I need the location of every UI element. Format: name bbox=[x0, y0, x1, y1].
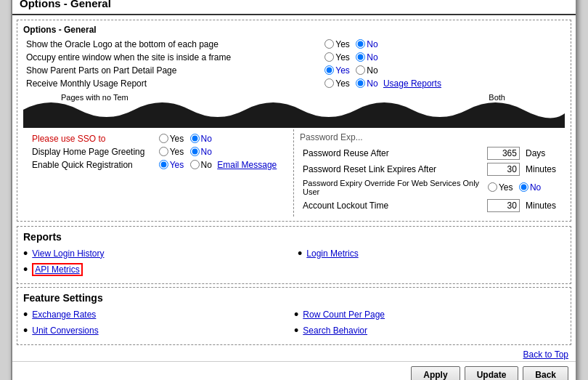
page-title: Options - General bbox=[20, 0, 568, 9]
list-item: • Unit Conversions bbox=[23, 324, 294, 337]
no-radio-label-3[interactable]: No bbox=[355, 78, 377, 89]
yes-radio-label-3[interactable]: Yes bbox=[324, 78, 350, 89]
table-row: Account Lockout Time Minutes bbox=[300, 198, 559, 214]
login-metrics-link[interactable]: Login Metrics bbox=[306, 248, 358, 259]
bullet-icon: • bbox=[23, 247, 28, 260]
table-row: Password Reset Link Expires After Minute… bbox=[300, 161, 559, 177]
yes-radio-0[interactable] bbox=[324, 39, 334, 49]
footer-buttons: Apply Update Back bbox=[12, 361, 576, 381]
yes-radio-label-2[interactable]: Yes bbox=[324, 65, 350, 76]
feature-grid: • Exchange Rates • Unit Conversions • Ro… bbox=[23, 308, 565, 340]
bullet-icon: • bbox=[23, 308, 28, 321]
reports-title: Reports bbox=[23, 231, 565, 243]
no-radio-label-1[interactable]: No bbox=[355, 52, 377, 62]
yes-radio-label-0[interactable]: Yes bbox=[324, 39, 350, 49]
quickreg-no-radio[interactable] bbox=[190, 160, 200, 169]
pwd-reuse-unit: Days bbox=[523, 145, 559, 161]
apply-button[interactable]: Apply bbox=[411, 366, 460, 381]
quickreg-yes-radio[interactable] bbox=[159, 160, 168, 169]
quickreg-no-label[interactable]: No bbox=[189, 160, 212, 170]
back-to-top: Back to Top bbox=[12, 348, 576, 361]
bullet-icon: • bbox=[23, 263, 28, 276]
table-row: Password Expiry Override For Web Service… bbox=[300, 177, 559, 198]
yes-radio-label-1[interactable]: Yes bbox=[324, 52, 350, 62]
lockout-input[interactable] bbox=[487, 199, 520, 212]
row-count-per-page-link[interactable]: Row Count Per Page bbox=[303, 310, 385, 320]
pwd-reset-unit: Minutes bbox=[523, 161, 559, 177]
expiry-no-radio[interactable] bbox=[519, 182, 528, 192]
bullet-icon: • bbox=[294, 308, 298, 321]
partial-label: Pages with no Tem bbox=[60, 93, 130, 102]
back-to-top-link[interactable]: Back to Top bbox=[523, 349, 568, 360]
greeting-no-label[interactable]: No bbox=[189, 147, 212, 157]
table-row: Show Parent Parts on Part Detail Page Ye… bbox=[23, 64, 565, 77]
option-label: Show the Oracle Logo at the bottom of ea… bbox=[23, 38, 321, 51]
feature-settings-title: Feature Settings bbox=[23, 292, 565, 304]
update-button[interactable]: Update bbox=[465, 366, 519, 381]
sso-no-radio[interactable] bbox=[190, 134, 200, 143]
no-radio-3[interactable] bbox=[356, 78, 365, 88]
no-radio-0[interactable] bbox=[356, 39, 365, 49]
no-radio-1[interactable] bbox=[356, 52, 365, 62]
view-login-history-link[interactable]: View Login History bbox=[32, 248, 104, 259]
no-radio-label-2[interactable]: No bbox=[355, 65, 377, 76]
table-row: Occupy entire window when the site is in… bbox=[23, 51, 565, 64]
pwd-reuse-input[interactable] bbox=[487, 147, 520, 160]
table-row: Show the Oracle Logo at the bottom of ea… bbox=[23, 38, 565, 51]
password-section-title: Password Exp... bbox=[300, 132, 559, 142]
expiry-yes-label[interactable]: Yes bbox=[487, 182, 513, 193]
sso-no-label[interactable]: No bbox=[189, 134, 212, 144]
bullet-icon: • bbox=[23, 324, 28, 337]
feature-settings-section: Feature Settings • Exchange Rates • Unit… bbox=[17, 287, 571, 345]
reports-section: Reports • View Login History • API Metri… bbox=[17, 226, 571, 284]
pwd-reset-label: Password Reset Link Expires After bbox=[300, 161, 484, 177]
no-radio-label-0[interactable]: No bbox=[355, 39, 377, 49]
sso-yes-label[interactable]: Yes bbox=[158, 134, 184, 144]
feature-right-col: • Row Count Per Page • Search Behavior bbox=[294, 308, 565, 340]
exchange-rates-link[interactable]: Exchange Rates bbox=[32, 310, 96, 320]
option-label: Occupy entire window when the site is in… bbox=[23, 51, 321, 64]
list-item: • Exchange Rates bbox=[23, 308, 294, 321]
expiry-yes-radio[interactable] bbox=[488, 182, 497, 192]
bullet-icon: • bbox=[298, 247, 302, 260]
expiry-no-label[interactable]: No bbox=[518, 182, 541, 193]
bullet-icon: • bbox=[294, 324, 298, 337]
unit-conversions-link[interactable]: Unit Conversions bbox=[32, 326, 98, 336]
sso-yes-radio[interactable] bbox=[159, 134, 168, 143]
reports-left-col: • View Login History • API Metrics bbox=[23, 247, 290, 279]
list-item: • Login Metrics bbox=[298, 247, 565, 260]
section-title: Options - General bbox=[23, 25, 565, 35]
search-behavior-link[interactable]: Search Behavior bbox=[303, 326, 367, 336]
table-row: Display Home Page Greeting Yes No bbox=[29, 145, 287, 158]
usage-reports-link[interactable]: Usage Reports bbox=[383, 78, 441, 89]
reports-right-col: • Login Metrics bbox=[298, 247, 565, 279]
table-row: Enable Quick Registration Yes No bbox=[29, 158, 287, 171]
quickreg-yes-label[interactable]: Yes bbox=[158, 160, 184, 170]
email-message-link[interactable]: Email Message bbox=[217, 160, 277, 170]
option-label: Receive Monthly Usage Report bbox=[23, 77, 321, 90]
wave-divider: Pages with no Tem Both bbox=[23, 92, 565, 128]
reports-grid: • View Login History • API Metrics • Log… bbox=[23, 247, 565, 279]
list-item: • API Metrics bbox=[23, 263, 290, 276]
greeting-no-radio[interactable] bbox=[190, 147, 200, 156]
no-radio-2[interactable] bbox=[356, 65, 365, 75]
api-metrics-link[interactable]: API Metrics bbox=[32, 263, 82, 276]
pwd-expiry-label: Password Expiry Override For Web Service… bbox=[300, 177, 484, 198]
greeting-yes-radio[interactable] bbox=[159, 147, 168, 156]
options-table: Show the Oracle Logo at the bottom of ea… bbox=[23, 38, 565, 90]
yes-radio-2[interactable] bbox=[324, 65, 334, 75]
yes-radio-1[interactable] bbox=[324, 52, 334, 62]
greeting-yes-label[interactable]: Yes bbox=[158, 147, 184, 157]
left-column: Please use SSO to Yes bbox=[23, 129, 294, 217]
password-table: Password Reuse After Days Password Reset… bbox=[300, 145, 559, 214]
list-item: • View Login History bbox=[23, 247, 290, 260]
pwd-reset-input[interactable] bbox=[487, 163, 520, 176]
quickreg-label: Enable Quick Registration bbox=[29, 158, 155, 171]
lockout-unit: Minutes bbox=[523, 198, 559, 214]
option-label: Show Parent Parts on Part Detail Page bbox=[23, 64, 321, 77]
both-label: Both bbox=[487, 93, 507, 102]
table-row: Receive Monthly Usage Report Yes No bbox=[23, 77, 565, 90]
sso-label: Please use SSO to bbox=[32, 134, 105, 144]
yes-radio-3[interactable] bbox=[324, 78, 334, 88]
back-button[interactable]: Back bbox=[523, 366, 568, 381]
